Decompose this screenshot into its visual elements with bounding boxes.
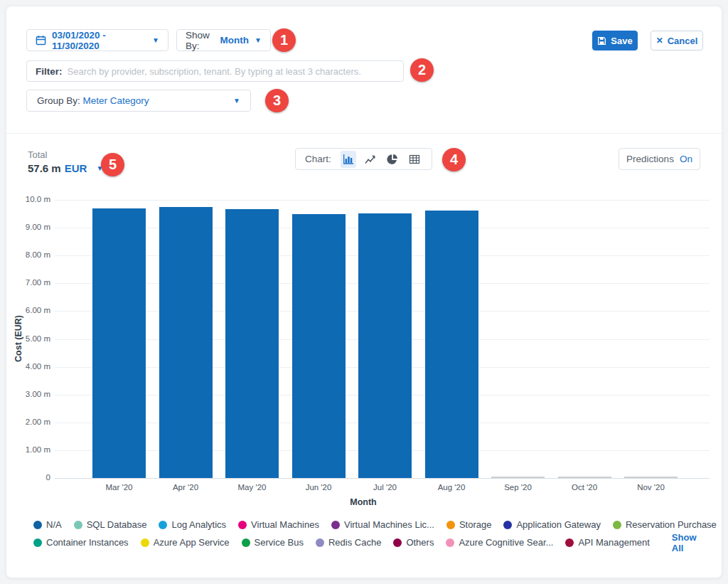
legend-swatch <box>141 538 149 547</box>
prediction-bar[interactable] <box>491 477 545 478</box>
legend-swatch <box>159 521 167 529</box>
chart-bar[interactable] <box>292 214 346 478</box>
legend-swatch <box>242 538 250 547</box>
save-icon <box>597 36 606 46</box>
group-by-dropdown[interactable]: Group By: Meter Category ▼ <box>26 90 251 112</box>
y-axis-tick-label: 2.00 m <box>6 418 50 426</box>
legend-label: Virtual Machines Lic... <box>344 519 434 530</box>
legend-label: Application Gateway <box>516 519 601 530</box>
filter-field: Filter: <box>26 60 404 82</box>
x-axis-title: Month <box>335 497 392 507</box>
callout-badge-1: 1 <box>272 28 296 52</box>
chart-bar[interactable] <box>225 209 279 478</box>
predictions-state[interactable]: On <box>680 154 692 164</box>
line-chart-icon[interactable] <box>363 151 378 168</box>
x-axis-tick-label: Mar '20 <box>90 483 149 492</box>
legend-item[interactable]: Redis Cache <box>316 537 381 548</box>
legend-swatch <box>74 521 82 529</box>
x-axis-tick-label: Jul '20 <box>355 483 415 492</box>
y-axis-tick-label: 1.00 m <box>6 445 50 454</box>
legend-item[interactable]: Application Gateway <box>503 519 601 530</box>
legend-swatch <box>446 521 455 529</box>
x-axis-tick-label: May '20 <box>223 483 282 492</box>
predictions-toggle: Predictions On <box>619 148 700 170</box>
legend-row: Container InstancesAzure App ServiceServ… <box>33 533 709 551</box>
show-by-value: Month <box>220 35 249 46</box>
legend-label: Container Instances <box>46 537 129 548</box>
legend-item[interactable]: Storage <box>446 519 492 530</box>
legend-item[interactable]: Log Analytics <box>159 519 226 530</box>
table-icon[interactable] <box>407 151 422 168</box>
chart-bar[interactable] <box>425 211 478 478</box>
total-value: 57.6 m <box>28 162 61 174</box>
y-axis-tick-label: 5.00 m <box>6 334 50 343</box>
chevron-down-icon: ▼ <box>152 36 159 44</box>
legend-item[interactable]: API Management <box>565 537 649 548</box>
show-all-link[interactable]: Show All <box>672 532 709 553</box>
group-by-label: Group By: <box>37 95 80 106</box>
legend-item[interactable]: Virtual Machines Lic... <box>331 519 434 530</box>
chart-selector-label: Chart: <box>305 154 331 164</box>
legend-swatch <box>393 538 402 547</box>
callout-badge-4: 4 <box>442 148 466 171</box>
callout-badge-5: 5 <box>101 153 124 176</box>
legend-item[interactable]: Azure Cognitive Sear... <box>446 537 553 548</box>
legend-item[interactable]: SQL Database <box>74 519 147 530</box>
y-axis-tick-label: 9.00 m <box>6 223 50 231</box>
legend-item[interactable]: Container Instances <box>33 537 129 548</box>
chart-type-selector: Chart: <box>295 148 432 170</box>
prediction-bar[interactable] <box>624 477 678 478</box>
y-axis-tick-label: 3.00 m <box>6 390 50 398</box>
close-icon: ✕ <box>656 36 663 46</box>
legend-item[interactable]: Azure App Service <box>141 537 230 548</box>
cancel-button[interactable]: ✕ Cancel <box>651 31 703 51</box>
x-axis-tick-label: Nov '20 <box>621 483 681 492</box>
legend-item[interactable]: N/A <box>33 519 62 530</box>
chart-bar[interactable] <box>159 207 213 478</box>
legend-swatch <box>33 521 42 529</box>
callout-badge-2: 2 <box>410 58 434 82</box>
legend-swatch <box>238 521 247 529</box>
x-axis-tick-label: Sep '20 <box>488 483 548 492</box>
legend-label: Others <box>406 537 434 548</box>
group-by-value: Meter Category <box>83 95 149 106</box>
legend-item[interactable]: Service Bus <box>242 537 304 548</box>
legend-item[interactable]: Reservation Purchase <box>613 519 717 530</box>
currency-selector[interactable]: EUR <box>65 162 87 174</box>
legend-label: Log Analytics <box>171 519 226 530</box>
legend-row: N/ASQL DatabaseLog AnalyticsVirtual Mach… <box>33 516 709 533</box>
bar-chart-icon[interactable] <box>341 151 356 168</box>
show-by-label: Show By: <box>186 30 218 51</box>
y-axis-tick-label: 8.00 m <box>6 250 50 259</box>
cost-analysis-panel: 03/01/2020 - 11/30/2020 ▼ Show By: Month… <box>6 6 722 578</box>
legend-swatch <box>503 521 512 529</box>
legend-label: API Management <box>578 537 649 548</box>
legend-swatch <box>565 538 574 547</box>
date-range-picker[interactable]: 03/01/2020 - 11/30/2020 ▼ <box>26 29 168 51</box>
legend-swatch <box>613 521 621 529</box>
legend-item[interactable]: Others <box>393 537 434 548</box>
legend-item[interactable]: Virtual Machines <box>238 519 319 530</box>
x-axis-tick-label: Jun '20 <box>289 483 348 492</box>
callout-badge-3: 3 <box>265 89 289 112</box>
legend-label: Virtual Machines <box>251 519 319 530</box>
chart-legend: N/ASQL DatabaseLog AnalyticsVirtual Mach… <box>33 516 709 551</box>
legend-swatch <box>33 538 42 547</box>
filter-label: Filter: <box>36 66 63 77</box>
show-by-dropdown[interactable]: Show By: Month ▼ <box>176 29 271 51</box>
x-axis-tick-label: Aug '20 <box>422 483 481 492</box>
legend-label: Azure Cognitive Sear... <box>459 537 553 548</box>
calendar-icon <box>36 35 46 46</box>
legend-label: Azure App Service <box>154 537 230 548</box>
prediction-bar[interactable] <box>558 477 611 478</box>
x-axis-tick-label: Oct '20 <box>555 483 614 492</box>
chevron-down-icon: ▼ <box>233 97 240 105</box>
gridline <box>55 200 710 201</box>
chart-bar[interactable] <box>358 213 412 478</box>
filter-input[interactable] <box>68 66 395 77</box>
save-button[interactable]: Save <box>592 31 638 51</box>
y-axis-tick-label: 0 <box>6 473 50 482</box>
cancel-label: Cancel <box>668 36 698 46</box>
pie-chart-icon[interactable] <box>385 151 400 168</box>
chart-bar[interactable] <box>92 208 146 478</box>
